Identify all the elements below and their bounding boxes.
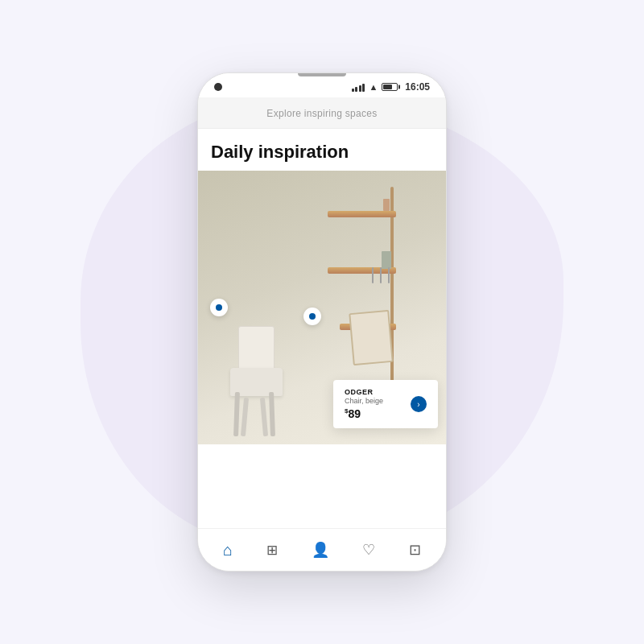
nav-item-cart[interactable]: ⊡ <box>401 539 429 560</box>
hanging-hooks <box>372 267 390 283</box>
hotspot-right[interactable] <box>303 308 321 325</box>
chair-leg-4 <box>260 398 268 436</box>
search-icon: ⊞ <box>266 543 278 557</box>
chair-leg-2 <box>269 392 275 436</box>
phone-screen: ▲ 16:05 Explore inspiring spaces Daily i… <box>198 73 446 571</box>
product-info: ODGER Chair, beige $89 <box>345 388 402 420</box>
shelf-rail <box>390 187 394 396</box>
laptop-item <box>349 310 393 365</box>
section-title: Daily inspiration <box>198 129 446 171</box>
product-name: ODGER <box>345 388 402 397</box>
battery-icon <box>382 83 398 91</box>
hotspot-left[interactable] <box>210 299 228 316</box>
product-card[interactable]: ODGER Chair, beige $89 › <box>333 380 438 428</box>
shelf-board-top <box>328 211 396 217</box>
home-icon: ⌂ <box>223 542 233 558</box>
time-display: 16:05 <box>405 81 430 93</box>
nav-item-search[interactable]: ⊞ <box>258 540 286 560</box>
bottom-navigation: ⌂ ⊞ 👤 ♡ ⊡ <box>198 528 446 571</box>
top-navigation-bar: Explore inspiring spaces <box>198 97 446 129</box>
cart-icon: ⊡ <box>409 543 421 557</box>
chair-leg-1 <box>233 392 240 436</box>
chair-item <box>222 340 287 436</box>
chair-leg-3 <box>241 398 249 436</box>
nav-item-home[interactable]: ⌂ <box>215 539 241 561</box>
chair-back <box>238 326 275 370</box>
product-variant: Chair, beige <box>345 397 402 405</box>
product-arrow-button[interactable]: › <box>411 396 427 412</box>
nav-item-favorites[interactable]: ♡ <box>354 539 383 560</box>
heart-icon: ♡ <box>362 543 375 557</box>
profile-icon: 👤 <box>312 543 329 557</box>
status-bar: ▲ 16:05 <box>198 73 446 97</box>
phone-shell: ▲ 16:05 Explore inspiring spaces Daily i… <box>197 72 447 572</box>
product-price: $89 <box>345 407 402 420</box>
shelf-unit <box>325 187 406 396</box>
inspiration-image[interactable]: ODGER Chair, beige $89 › <box>198 171 446 444</box>
wifi-icon: ▲ <box>369 82 378 92</box>
page-subtitle: Explore inspiring spaces <box>266 108 377 119</box>
camera-dot <box>214 83 222 91</box>
shelf-decoration-1 <box>383 199 390 211</box>
shelf-decoration-2 <box>382 251 391 269</box>
status-icons: ▲ 16:05 <box>352 81 430 93</box>
phone-pill <box>298 73 346 76</box>
signal-icon <box>352 82 365 92</box>
phone-wrapper: ▲ 16:05 Explore inspiring spaces Daily i… <box>197 72 447 572</box>
content-area: Daily inspiration <box>198 129 446 528</box>
nav-item-profile[interactable]: 👤 <box>303 539 337 560</box>
